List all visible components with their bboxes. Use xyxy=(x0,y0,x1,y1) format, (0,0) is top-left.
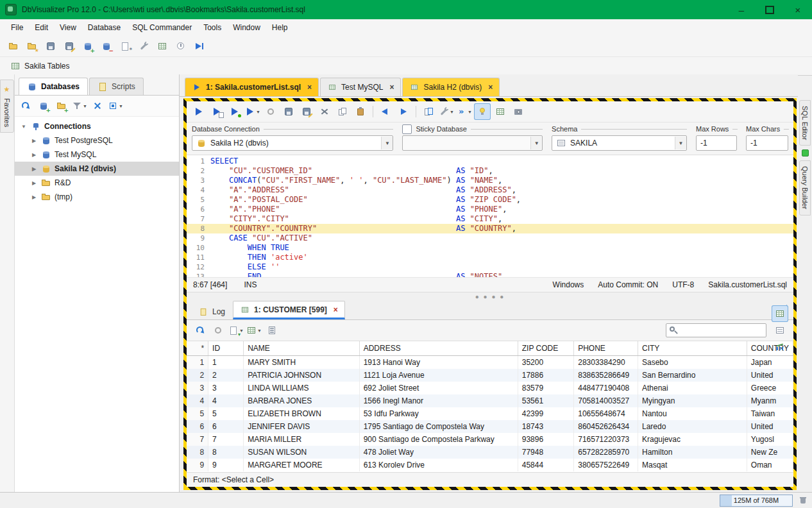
grid-cell[interactable]: 93896 xyxy=(518,433,573,446)
expander-icon[interactable]: ▶ xyxy=(30,166,38,172)
grid-cell[interactable]: 1913 Hanoi Way xyxy=(359,356,518,369)
grid-cell[interactable]: Nantou xyxy=(638,407,747,420)
grid-cell[interactable]: BARBARA JONES xyxy=(244,394,359,407)
bookmark-sakila-tables[interactable]: Sakila Tables xyxy=(5,60,75,72)
max-chars-input[interactable]: -1 xyxy=(746,135,788,151)
menu-view[interactable]: View xyxy=(54,21,82,35)
column-header-zip-code[interactable]: ZIP CODE xyxy=(518,341,573,356)
grid-cell[interactable]: PATRICIA JOHNSON xyxy=(244,369,359,382)
expander-icon[interactable]: ▼ xyxy=(20,124,28,130)
grid-cell[interactable]: Myanm xyxy=(747,394,793,407)
grid-menu-button[interactable]: ▼ xyxy=(246,322,262,339)
grid-cell[interactable]: JENNIFER DAVIS xyxy=(244,420,359,433)
maximize-button[interactable] xyxy=(756,0,784,19)
compare-button[interactable] xyxy=(420,103,437,120)
tab-favorites[interactable]: Favorites xyxy=(0,80,14,133)
grid-cell[interactable]: Athenai xyxy=(638,382,747,394)
grid-cell[interactable]: Greece xyxy=(747,382,793,394)
grid-cell[interactable]: San Bernardino xyxy=(638,369,747,382)
calculator-button[interactable] xyxy=(264,322,280,339)
sticky-database-checkbox[interactable] xyxy=(402,124,412,134)
sticky-database-select[interactable]: ▼ xyxy=(402,135,543,151)
grid-cell[interactable]: 17886 xyxy=(518,369,573,382)
column-header-phone[interactable]: PHONE xyxy=(574,341,638,356)
new-connection-button[interactable]: + xyxy=(35,97,52,114)
continue-button[interactable]: ▼ xyxy=(456,103,473,120)
tab-close-icon[interactable]: × xyxy=(334,305,338,314)
grid-cell[interactable]: 380657522649 xyxy=(574,459,638,471)
grid-cell[interactable]: United xyxy=(747,369,793,382)
grid-cell[interactable]: 613 Korolev Drive xyxy=(359,459,518,471)
stop-button[interactable] xyxy=(210,322,226,339)
grid-cell[interactable]: 1566 Inegl Manor xyxy=(359,394,518,407)
snapshot-button[interactable] xyxy=(510,103,527,120)
tab-sql-editor[interactable]: SQL Editor xyxy=(799,100,811,146)
grid-cell[interactable]: United xyxy=(747,420,793,433)
save-as-button[interactable] xyxy=(61,38,78,55)
connect-button[interactable] xyxy=(191,38,208,55)
new-connection-button[interactable]: + xyxy=(80,38,96,55)
minimize-button[interactable]: – xyxy=(727,0,756,19)
execute-script-button[interactable] xyxy=(208,103,225,120)
close-button[interactable]: × xyxy=(784,0,812,19)
grid-cell[interactable]: 838635286649 xyxy=(574,369,638,382)
grid-button[interactable] xyxy=(492,103,509,120)
row-number[interactable]: 7 xyxy=(187,433,208,446)
sql-commander-button[interactable]: * xyxy=(117,38,133,55)
code-line[interactable]: 13 END AS "NOTES", xyxy=(187,272,793,278)
code-line[interactable]: 6 "A"."PHONE" AS "PHONE", xyxy=(187,205,793,214)
highlight-toggle[interactable] xyxy=(474,103,491,120)
tree-item-connections[interactable]: ▼Connections xyxy=(15,119,179,133)
column-header-address[interactable]: ADDRESS xyxy=(359,341,518,356)
back-button[interactable] xyxy=(377,103,394,120)
memory-indicator[interactable]: 125M of 768M xyxy=(720,495,793,507)
results-tab-1-customer-599[interactable]: 1: CUSTOMER [599]× xyxy=(233,301,345,319)
open-file-button[interactable] xyxy=(5,38,22,55)
form-view-toggle[interactable] xyxy=(772,322,788,339)
grid-cell[interactable]: Japan xyxy=(747,356,793,369)
tree-item-sakila-h2-dbvis[interactable]: ▶Sakila H2 (dbvis) xyxy=(15,162,179,176)
menu-tools[interactable]: Tools xyxy=(198,21,227,35)
grid-cell[interactable]: 860452626434 xyxy=(574,420,638,433)
max-rows-input[interactable]: -1 xyxy=(696,135,737,151)
grid-cell[interactable]: Yugosl xyxy=(747,433,793,446)
database-connection-select[interactable]: Sakila H2 (dbvis) ▼ xyxy=(192,135,393,151)
row-number[interactable]: 4 xyxy=(187,394,208,407)
results-search[interactable] xyxy=(666,323,766,337)
expander-icon[interactable]: ▶ xyxy=(30,138,38,144)
driver-manager-button[interactable] xyxy=(135,38,152,55)
grid-cell[interactable]: Myingyan xyxy=(638,394,747,407)
grid-cell[interactable]: 83579 xyxy=(518,382,573,394)
stop-button[interactable] xyxy=(262,103,279,120)
grid-cell[interactable]: 1 xyxy=(208,356,244,369)
grid-cell[interactable]: 448477190408 xyxy=(574,382,638,394)
table-data-button[interactable] xyxy=(154,38,171,55)
reload-button[interactable] xyxy=(192,322,208,339)
code-line[interactable]: 9 CASE "CU"."ACTIVE" xyxy=(187,233,793,243)
new-folder-button[interactable]: + xyxy=(53,97,70,114)
menu-window[interactable]: Window xyxy=(227,21,266,35)
grid-cell[interactable]: MARGARET MOORE xyxy=(244,459,359,471)
code-line[interactable]: 10 WHEN TRUE xyxy=(187,243,793,253)
grid-cell[interactable]: 77948 xyxy=(518,446,573,459)
grid-view-toggle[interactable] xyxy=(772,305,788,322)
row-number[interactable]: 5 xyxy=(187,407,208,420)
save-button[interactable] xyxy=(42,38,59,55)
column-header-[interactable]: * xyxy=(187,341,208,356)
grid-cell[interactable]: Kragujevac xyxy=(638,433,747,446)
history-button[interactable] xyxy=(173,38,189,55)
grid-cell[interactable]: 900 Santiago de Compostela Parkway xyxy=(359,433,518,446)
grid-cell[interactable]: MARIA MILLER xyxy=(244,433,359,446)
editor-tab-sakila-h2-dbvis[interactable]: Sakila H2 (dbvis)× xyxy=(402,78,500,96)
grid-cell[interactable]: 28303384290 xyxy=(574,356,638,369)
grid-cell[interactable]: 692 Joliet Street xyxy=(359,382,518,394)
tab-databases[interactable]: Databases xyxy=(19,78,88,95)
execute-menu-button[interactable]: ▼ xyxy=(244,103,261,120)
tab-scripts[interactable]: Scripts xyxy=(89,78,144,95)
execute-button[interactable] xyxy=(190,103,207,120)
grid-cell[interactable]: 705814003527 xyxy=(574,394,638,407)
grid-cell[interactable]: 6 xyxy=(208,420,244,433)
filter-button[interactable]: ▼ xyxy=(71,97,88,114)
row-number[interactable]: 2 xyxy=(187,369,208,382)
code-line[interactable]: 4 "A"."ADDRESS" AS "ADDRESS", xyxy=(187,185,793,195)
